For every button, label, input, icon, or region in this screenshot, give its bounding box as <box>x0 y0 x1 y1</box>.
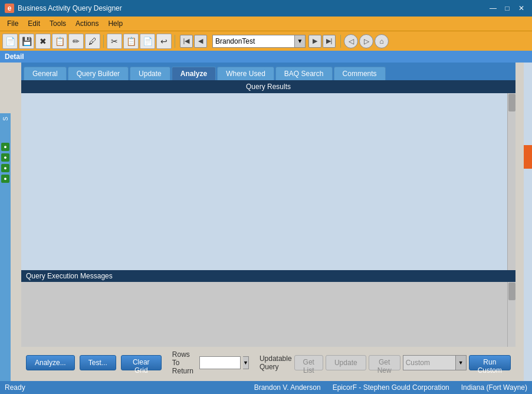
tab-general[interactable]: General <box>24 67 67 80</box>
query-results-grid[interactable] <box>21 93 507 270</box>
tab-baq-search[interactable]: BAQ Search <box>275 67 333 80</box>
home-circle-button[interactable]: ⌂ <box>375 34 389 48</box>
scrollbar-vertical[interactable] <box>507 93 515 270</box>
first-button[interactable]: |◀ <box>180 35 193 48</box>
sidebar-icon1[interactable]: ● <box>1 143 9 151</box>
back-circle-button[interactable]: ◁ <box>344 34 358 48</box>
rows-dropdown-btn[interactable]: ▼ <box>243 356 249 369</box>
sidebar-icon2[interactable]: ● <box>1 153 9 162</box>
menu-edit[interactable]: Edit <box>23 18 45 29</box>
custom-dropdown-btn[interactable]: ▼ <box>456 355 467 370</box>
paste-button[interactable]: 📋 <box>123 34 139 49</box>
tab-analyze[interactable]: Analyze <box>172 67 216 80</box>
query-results-body[interactable] <box>21 93 515 270</box>
qem-scrollbar-thumb[interactable] <box>508 283 515 300</box>
bottom-controls: Analyze... Test... Clear Grid Rows To Re… <box>21 347 515 379</box>
right-sidebar <box>524 63 532 381</box>
run-custom-button[interactable]: Run Custom <box>469 355 511 370</box>
tab-where-used[interactable]: Where Used <box>217 67 274 80</box>
query-select-dropdown[interactable]: ▼ <box>295 35 306 48</box>
query-execution-section: Query Execution Messages <box>21 270 515 347</box>
query-select-container: ▼ <box>212 35 306 48</box>
status-ready: Ready <box>5 383 25 392</box>
update-button: Update <box>326 355 366 370</box>
tab-update[interactable]: Update <box>130 67 170 80</box>
app-icon: e <box>5 4 14 13</box>
left-sidebar: S ● ● ● ● <box>0 113 11 381</box>
test-button[interactable]: Test... <box>80 355 116 370</box>
cut-button[interactable]: ✂ <box>107 34 122 49</box>
prev-button[interactable]: ◀ <box>194 35 207 48</box>
query-execution-header: Query Execution Messages <box>21 270 515 282</box>
copy-button[interactable]: 📋 <box>52 34 67 49</box>
tab-query-builder[interactable]: Query Builder <box>68 67 129 80</box>
title-bar: e Business Activity Query Designer — □ ✕ <box>0 0 532 17</box>
analyze-button[interactable]: Analyze... <box>26 355 75 370</box>
toolbar: 📄 💾 ✖ 📋 ✏ 🖊 ✂ 📋 📄 ↩ |◀ ◀ ▼ ▶ ▶| ◁ ▷ ⌂ <box>0 31 532 51</box>
menu-actions[interactable]: Actions <box>71 18 103 29</box>
sep2 <box>175 35 175 48</box>
sep3 <box>340 35 341 48</box>
window-title: Business Activity Query Designer <box>18 4 122 12</box>
query-results-section: Query Results <box>21 80 515 270</box>
custom-select-input[interactable] <box>403 355 456 370</box>
updatable-query-label: Updatable Query <box>260 354 292 371</box>
status-company: EpicorF - Stephen Gould Corporation <box>333 383 449 392</box>
rows-to-return-group: Rows To Return ▼ <box>172 350 249 375</box>
pencil-button[interactable]: 🖊 <box>85 34 100 49</box>
new-button[interactable]: 📄 <box>2 34 18 49</box>
nav-group: |◀ ◀ <box>180 35 207 48</box>
tabs-bar: General Query Builder Update Analyze Whe… <box>21 63 515 80</box>
edit-button[interactable]: ✏ <box>68 34 84 49</box>
query-execution-body[interactable] <box>21 282 515 347</box>
query-results-header: Query Results <box>21 80 515 93</box>
menu-tools[interactable]: Tools <box>45 18 71 29</box>
nav-group2: ▶ ▶| <box>308 35 336 48</box>
menu-file[interactable]: File <box>2 18 23 29</box>
sidebar-label: S <box>1 113 10 124</box>
maximize-button[interactable]: □ <box>501 4 513 13</box>
sep1 <box>103 35 104 48</box>
qem-scrollbar[interactable] <box>507 282 515 347</box>
tab-comments[interactable]: Comments <box>334 67 386 80</box>
status-user: Brandon V. Anderson <box>254 383 321 392</box>
title-bar-left: e Business Activity Query Designer <box>5 4 122 13</box>
right-accent <box>524 145 532 169</box>
scrollbar-thumb[interactable] <box>508 94 515 111</box>
window-controls: — □ ✕ <box>487 4 527 13</box>
menu-bar: File Edit Tools Actions Help <box>0 17 532 31</box>
sidebar-icon3[interactable]: ● <box>1 164 9 172</box>
app-container: e Business Activity Query Designer — □ ✕… <box>0 0 532 394</box>
undo-button[interactable]: ↩ <box>156 34 172 49</box>
last-button[interactable]: ▶| <box>323 35 336 48</box>
status-location: Indiana (Fort Wayne) <box>461 383 527 392</box>
query-execution-text[interactable] <box>21 282 507 347</box>
minimize-button[interactable]: — <box>487 4 499 13</box>
close-button[interactable]: ✕ <box>515 4 527 13</box>
get-list-button: Get List <box>294 355 323 370</box>
custom-select-container: ▼ <box>403 355 467 370</box>
next-button[interactable]: ▶ <box>308 35 321 48</box>
paste2-button[interactable]: 📄 <box>140 34 155 49</box>
detail-header: Detail <box>0 51 532 63</box>
sidebar-icon4[interactable]: ● <box>1 175 9 183</box>
forward-circle-button[interactable]: ▷ <box>359 34 373 48</box>
rows-to-return-label: Rows To Return <box>172 350 197 375</box>
query-select-input[interactable] <box>212 35 295 48</box>
clear-grid-button[interactable]: Clear Grid <box>121 355 162 370</box>
get-new-button: Get New <box>369 355 400 370</box>
rows-to-return-input[interactable] <box>199 356 241 369</box>
main-content: General Query Builder Update Analyze Whe… <box>21 63 515 381</box>
updatable-query-group: Updatable Query Get List Update Get New … <box>260 354 511 371</box>
save-button[interactable]: 💾 <box>19 34 34 49</box>
delete-button[interactable]: ✖ <box>35 34 51 49</box>
status-bar: Ready Brandon V. Anderson EpicorF - Step… <box>0 381 532 394</box>
menu-help[interactable]: Help <box>103 18 127 29</box>
